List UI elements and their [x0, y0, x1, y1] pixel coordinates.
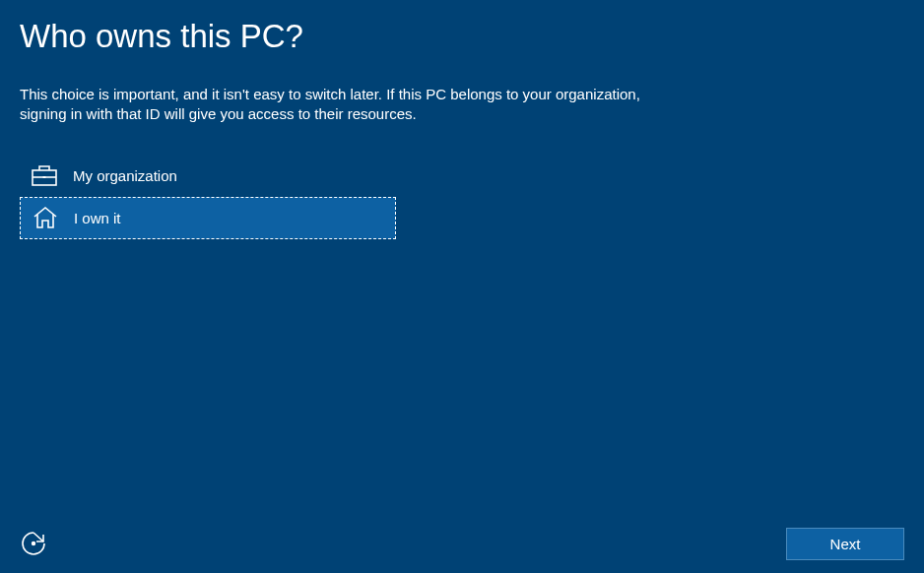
- option-label: My organization: [73, 167, 177, 184]
- next-button[interactable]: Next: [786, 528, 904, 560]
- option-label: I own it: [74, 210, 121, 226]
- option-i-own-it[interactable]: I own it: [20, 197, 396, 239]
- page-description: This choice is important, and it isn't e…: [0, 55, 670, 125]
- footer: Next: [0, 514, 924, 573]
- home-icon: [33, 205, 58, 230]
- briefcase-icon: [32, 162, 57, 188]
- options-list: My organization I own it: [0, 125, 924, 239]
- svg-point-1: [32, 541, 35, 545]
- next-button-label: Next: [830, 536, 861, 552]
- page-title: Who owns this PC?: [0, 0, 924, 55]
- option-my-organization[interactable]: My organization: [20, 155, 396, 197]
- ease-of-access-icon[interactable]: [20, 530, 47, 557]
